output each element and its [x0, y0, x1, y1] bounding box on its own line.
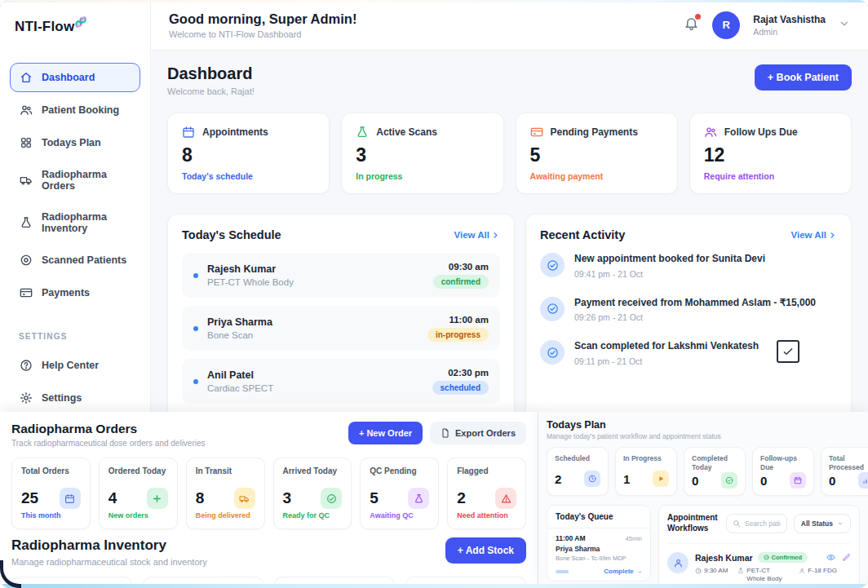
order-stat-flagged[interactable]: Flagged 2 Need attention [447, 458, 526, 529]
stat-card-follow-ups[interactable]: Follow Ups Due 12 Require attention [689, 113, 852, 194]
stat-card-appointments[interactable]: Appointments 8 Today's schedule [167, 113, 330, 194]
schedule-row[interactable]: Priya Sharma Bone Scan 11:00 am in-progr… [182, 306, 500, 351]
stat-label: Total Processed [829, 454, 868, 472]
avatar[interactable]: R [712, 11, 740, 39]
status-badge: scheduled [432, 381, 489, 395]
complete-link[interactable]: Complete → [604, 568, 642, 575]
scan-type: PET-CT Whole Body [746, 567, 789, 584]
new-order-button[interactable]: + New Order [348, 422, 423, 444]
stat-value: 2 [457, 489, 466, 507]
order-stat-total[interactable]: Total Orders 25 This month [11, 458, 91, 529]
search-input[interactable] [745, 519, 781, 528]
orders-subtitle: Track radiopharmaceutical dose orders an… [11, 439, 206, 448]
patient-search-box[interactable] [726, 514, 787, 533]
sidebar-item-radiopharma-orders[interactable]: Radiopharma Orders [10, 161, 140, 200]
status-filter-dropdown[interactable]: All Status [794, 514, 851, 533]
user-name: Rajat Vashistha [753, 14, 826, 25]
todays-queue-card: Today's Queue 11:00 AM 45min Priya Sharm… [547, 505, 651, 581]
flask-icon [356, 126, 369, 139]
inventory-subtitle: Manage radiopharmaceutical stock and inv… [11, 557, 207, 567]
activity-text: Payment received from Mohammed Aslam - ₹… [574, 297, 816, 310]
order-stat-arrived-today[interactable]: Arrived Today 3 Ready for QC [273, 458, 352, 529]
add-stock-button[interactable]: + Add Stock [445, 537, 526, 564]
radiopharma-orders-panel: Radiopharma Orders Track radiopharmaceut… [0, 412, 538, 588]
notifications-button[interactable] [684, 15, 699, 34]
sidebar-item-dashboard[interactable]: Dashboard [10, 63, 140, 92]
activity-text: New appointment booked for Sunita Devi [574, 253, 765, 266]
user-role: Admin [753, 27, 826, 37]
plan-subtitle: Manage today's patient workflow and appo… [547, 432, 860, 440]
stat-caption: In progress [356, 171, 489, 181]
users-icon [704, 126, 717, 139]
stat-label: Flagged [457, 466, 516, 486]
view-icon[interactable] [826, 553, 835, 562]
activity-time: 09:41 pm - 21 Oct [574, 269, 765, 279]
app-logo: NTI-Flow🧬 [10, 16, 140, 35]
book-patient-button[interactable]: + Book Patient [755, 64, 852, 91]
sidebar-item-radiopharma-inventory[interactable]: Radiopharma Inventory [10, 203, 140, 242]
stat-label: In Progress [623, 454, 669, 471]
order-stat-ordered-today[interactable]: Ordered Today 4 New orders [99, 458, 178, 529]
stat-card-pending-payments[interactable]: Pending Payments 5 Awaiting payment [516, 113, 678, 194]
sidebar-item-payments[interactable]: Payments [10, 278, 140, 307]
stat-caption: This month [21, 511, 81, 520]
todays-plan-panel: Todays Plan Manage today's patient workf… [538, 412, 868, 588]
flask-icon [408, 488, 429, 509]
calendar-icon [790, 472, 806, 489]
export-orders-button[interactable]: Export Orders [430, 422, 526, 444]
sidebar-item-scanned-patients[interactable]: Scanned Patients [10, 245, 140, 275]
plan-stat-scheduled[interactable]: Scheduled 2 [547, 447, 609, 496]
stat-caption: Today's schedule [182, 171, 315, 181]
schedule-row[interactable]: Rajesh Kumar PET-CT Whole Body 09:30 am … [182, 253, 500, 298]
check-circle-icon [540, 340, 565, 365]
appointment-time: 09:30 am [433, 262, 489, 272]
activity-time: 09:26 pm - 21 Oct [574, 312, 816, 322]
plan-stat-in-progress[interactable]: In Progress 1 [615, 447, 677, 496]
edit-icon[interactable] [842, 553, 851, 562]
stat-value: 25 [21, 489, 38, 507]
bullet-dot-icon [193, 379, 198, 384]
user-menu-chevron[interactable] [839, 18, 850, 33]
progress-bar [556, 570, 569, 573]
queue-duration: 45min [626, 535, 642, 542]
order-stat-qc-pending[interactable]: QC Pending 5 Awaiting QC [360, 458, 439, 529]
topbar: Good morning, Super Admin! Welcome to NT… [151, 0, 868, 51]
plan-stat-total-processed[interactable]: Total Processed 0 [821, 447, 868, 496]
stat-caption: Ready for QC [283, 511, 343, 520]
patient-name: Priya Sharma [207, 316, 272, 328]
users-icon [20, 104, 33, 117]
schedule-view-all-link[interactable]: View All [454, 230, 500, 240]
stat-caption: Being delivered [196, 511, 255, 520]
activity-view-all-link[interactable]: View All [791, 230, 837, 240]
stat-label: Active Scans [376, 126, 437, 138]
sidebar-item-help-center[interactable]: Help Center [10, 351, 140, 380]
workflow-row[interactable]: Rajesh Kumar Confirmed 9:30 AM PET-CT Wh… [667, 543, 851, 588]
stat-value: 5 [530, 144, 663, 166]
activity-title: Recent Activity [540, 228, 625, 241]
user-info[interactable]: Rajat Vashistha Admin [753, 14, 826, 37]
settings-section-header: SETTINGS [10, 332, 140, 341]
order-stat-in-transit[interactable]: In Transit 8 Being delivered [186, 458, 265, 529]
sidebar-item-settings[interactable]: Settings [10, 383, 140, 413]
flask-icon [737, 568, 744, 574]
plan-stat-follow-ups[interactable]: Follow-ups Due 0 [752, 447, 814, 496]
plan-stat-completed[interactable]: Completed Today 0 [684, 447, 746, 496]
status-badge: confirmed [433, 275, 489, 289]
greeting-subtitle: Welcome to NTI-Flow Dashboard [169, 29, 356, 39]
appointment-time: 11:00 am [427, 315, 489, 325]
checkbox-checked-icon[interactable] [777, 340, 799, 363]
workflows-title: Appointment Workflows [667, 513, 720, 533]
stat-card-active-scans[interactable]: Active Scans 3 In progress [341, 113, 503, 194]
help-circle-icon [20, 359, 33, 372]
check-circle-icon [540, 253, 565, 277]
scan-eye-icon [20, 254, 33, 267]
home-icon [20, 71, 33, 84]
clock-icon [584, 471, 600, 487]
stat-label: QC Pending [370, 466, 429, 486]
check-circle-icon [764, 555, 769, 560]
sidebar-item-patient-booking[interactable]: Patient Booking [10, 95, 140, 125]
todays-schedule-card: Today's Schedule View All Rajesh Kumar P… [167, 214, 515, 427]
chevron-right-icon [491, 231, 500, 240]
schedule-row[interactable]: Anil Patel Cardiac SPECT 02:30 pm schedu… [182, 359, 500, 404]
sidebar-item-todays-plan[interactable]: Todays Plan [10, 128, 140, 157]
